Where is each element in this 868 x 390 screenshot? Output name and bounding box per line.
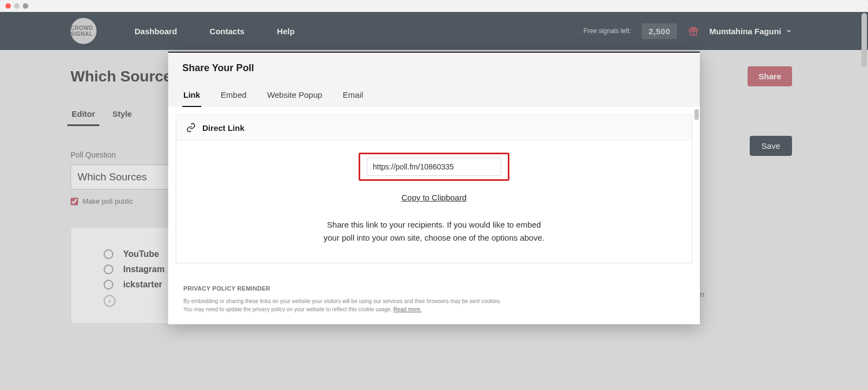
privacy-reminder: PRIVACY POLICY REMINDER By embedding or …: [176, 263, 692, 324]
share-modal: Share Your Poll Link Embed Website Popup…: [168, 52, 700, 324]
window-max-dot[interactable]: [23, 3, 28, 9]
poll-url-input[interactable]: [367, 158, 501, 176]
privacy-read-more-link[interactable]: Read more.: [393, 306, 422, 312]
direct-link-label: Direct Link: [202, 123, 245, 133]
share-tabs: Link Embed Website Popup Email: [182, 85, 686, 107]
share-tab-link[interactable]: Link: [182, 85, 201, 107]
copy-to-clipboard-link[interactable]: Copy to Clipboard: [176, 193, 692, 202]
share-tab-embed[interactable]: Embed: [220, 85, 248, 107]
privacy-line-1: By embedding or sharing these links on y…: [183, 298, 501, 304]
privacy-title: PRIVACY POLICY REMINDER: [183, 285, 685, 292]
window-titlebar: [0, 0, 868, 12]
share-help-text: Share this link to your recipients. If y…: [323, 218, 545, 244]
direct-link-card: Direct Link Copy to Clipboard Share this…: [176, 115, 692, 263]
link-icon: [186, 123, 196, 133]
modal-title: Share Your Poll: [182, 62, 686, 74]
share-tab-popup[interactable]: Website Popup: [266, 85, 323, 107]
privacy-line-2: You may need to update the privacy polic…: [183, 306, 392, 312]
page-scrollbar[interactable]: [861, 13, 867, 67]
share-tab-email[interactable]: Email: [342, 85, 365, 107]
modal-scrollbar[interactable]: [694, 109, 699, 120]
window-min-dot[interactable]: [14, 3, 20, 9]
window-close-dot[interactable]: [5, 3, 11, 9]
highlighted-url-box: [359, 153, 509, 181]
